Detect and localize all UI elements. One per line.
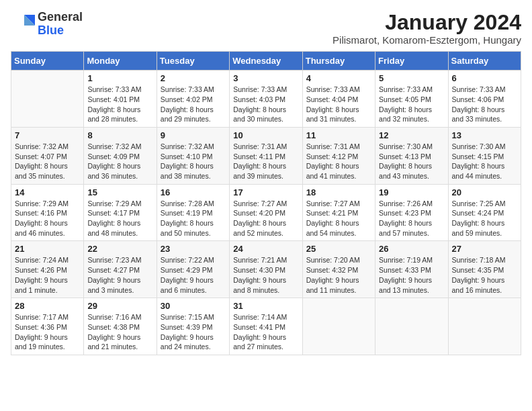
calendar-week-row: 7Sunrise: 7:32 AM Sunset: 4:07 PM Daylig… <box>11 127 521 184</box>
calendar-cell: 24Sunrise: 7:21 AM Sunset: 4:30 PM Dayli… <box>230 241 302 298</box>
page-header: General Blue January 2024 Pilismarot, Ko… <box>11 11 521 46</box>
weekday-header-wednesday: Wednesday <box>230 52 302 71</box>
day-detail: Sunrise: 7:27 AM Sunset: 4:20 PM Dayligh… <box>233 199 298 238</box>
day-detail: Sunrise: 7:17 AM Sunset: 4:36 PM Dayligh… <box>15 312 80 352</box>
weekday-header-saturday: Saturday <box>448 52 521 71</box>
day-number: 7 <box>15 130 80 140</box>
day-number: 29 <box>87 301 152 311</box>
calendar-cell: 25Sunrise: 7:20 AM Sunset: 4:32 PM Dayli… <box>302 241 375 298</box>
day-number: 16 <box>161 187 226 197</box>
calendar-cell: 4Sunrise: 7:33 AM Sunset: 4:04 PM Daylig… <box>302 71 375 128</box>
weekday-header-thursday: Thursday <box>302 52 375 71</box>
logo-icon <box>11 12 35 36</box>
calendar-cell: 23Sunrise: 7:22 AM Sunset: 4:29 PM Dayli… <box>157 241 229 298</box>
calendar-cell: 15Sunrise: 7:29 AM Sunset: 4:17 PM Dayli… <box>84 184 157 241</box>
calendar-cell: 17Sunrise: 7:27 AM Sunset: 4:20 PM Dayli… <box>230 184 302 241</box>
calendar-cell: 27Sunrise: 7:18 AM Sunset: 4:35 PM Dayli… <box>448 241 521 298</box>
location-subtitle: Pilismarot, Komarom-Esztergom, Hungary <box>332 34 521 46</box>
day-number: 9 <box>161 130 226 140</box>
calendar-cell: 26Sunrise: 7:19 AM Sunset: 4:33 PM Dayli… <box>375 241 448 298</box>
day-number: 5 <box>379 73 444 83</box>
weekday-header-sunday: Sunday <box>11 52 84 71</box>
day-detail: Sunrise: 7:22 AM Sunset: 4:29 PM Dayligh… <box>161 255 226 295</box>
day-number: 27 <box>452 244 517 254</box>
calendar-week-row: 1Sunrise: 7:33 AM Sunset: 4:01 PM Daylig… <box>11 71 521 128</box>
calendar-cell: 18Sunrise: 7:27 AM Sunset: 4:21 PM Dayli… <box>302 184 375 241</box>
calendar-header-row: SundayMondayTuesdayWednesdayThursdayFrid… <box>11 52 521 71</box>
day-number: 20 <box>452 187 517 197</box>
weekday-header-friday: Friday <box>375 52 448 71</box>
calendar-cell: 8Sunrise: 7:32 AM Sunset: 4:09 PM Daylig… <box>84 127 157 184</box>
logo-text: General Blue <box>38 11 83 38</box>
calendar-cell <box>375 298 448 355</box>
day-number: 8 <box>87 130 152 140</box>
calendar-cell: 13Sunrise: 7:30 AM Sunset: 4:15 PM Dayli… <box>448 127 521 184</box>
calendar-week-row: 14Sunrise: 7:29 AM Sunset: 4:16 PM Dayli… <box>11 184 521 241</box>
calendar-cell: 29Sunrise: 7:16 AM Sunset: 4:38 PM Dayli… <box>84 298 157 355</box>
day-detail: Sunrise: 7:33 AM Sunset: 4:02 PM Dayligh… <box>161 85 226 124</box>
day-detail: Sunrise: 7:26 AM Sunset: 4:23 PM Dayligh… <box>379 199 444 238</box>
calendar-body: 1Sunrise: 7:33 AM Sunset: 4:01 PM Daylig… <box>11 71 521 355</box>
day-detail: Sunrise: 7:32 AM Sunset: 4:10 PM Dayligh… <box>161 142 226 181</box>
day-detail: Sunrise: 7:23 AM Sunset: 4:27 PM Dayligh… <box>87 255 152 295</box>
day-detail: Sunrise: 7:20 AM Sunset: 4:32 PM Dayligh… <box>306 255 371 295</box>
day-detail: Sunrise: 7:33 AM Sunset: 4:05 PM Dayligh… <box>379 85 444 124</box>
day-detail: Sunrise: 7:25 AM Sunset: 4:24 PM Dayligh… <box>452 199 517 238</box>
day-number: 21 <box>15 244 80 254</box>
logo: General Blue <box>11 11 83 38</box>
day-detail: Sunrise: 7:15 AM Sunset: 4:39 PM Dayligh… <box>161 312 226 352</box>
day-detail: Sunrise: 7:18 AM Sunset: 4:35 PM Dayligh… <box>452 255 517 295</box>
day-detail: Sunrise: 7:21 AM Sunset: 4:30 PM Dayligh… <box>233 255 298 295</box>
day-detail: Sunrise: 7:33 AM Sunset: 4:03 PM Dayligh… <box>233 85 298 124</box>
calendar-cell: 22Sunrise: 7:23 AM Sunset: 4:27 PM Dayli… <box>84 241 157 298</box>
month-title: January 2024 <box>332 11 521 34</box>
calendar-cell <box>302 298 375 355</box>
calendar-cell: 20Sunrise: 7:25 AM Sunset: 4:24 PM Dayli… <box>448 184 521 241</box>
day-number: 6 <box>452 73 517 83</box>
calendar-cell: 11Sunrise: 7:31 AM Sunset: 4:12 PM Dayli… <box>302 127 375 184</box>
calendar-cell: 9Sunrise: 7:32 AM Sunset: 4:10 PM Daylig… <box>157 127 229 184</box>
day-number: 26 <box>379 244 444 254</box>
day-number: 1 <box>87 73 152 83</box>
calendar-cell: 3Sunrise: 7:33 AM Sunset: 4:03 PM Daylig… <box>230 71 302 128</box>
day-detail: Sunrise: 7:32 AM Sunset: 4:09 PM Dayligh… <box>87 142 152 181</box>
day-detail: Sunrise: 7:19 AM Sunset: 4:33 PM Dayligh… <box>379 255 444 295</box>
day-detail: Sunrise: 7:14 AM Sunset: 4:41 PM Dayligh… <box>233 312 298 352</box>
day-number: 2 <box>161 73 226 83</box>
weekday-header-tuesday: Tuesday <box>157 52 229 71</box>
calendar-cell <box>11 71 84 128</box>
day-number: 12 <box>379 130 444 140</box>
calendar-cell: 2Sunrise: 7:33 AM Sunset: 4:02 PM Daylig… <box>157 71 229 128</box>
day-number: 19 <box>379 187 444 197</box>
day-detail: Sunrise: 7:27 AM Sunset: 4:21 PM Dayligh… <box>306 199 371 238</box>
day-number: 3 <box>233 73 298 83</box>
day-detail: Sunrise: 7:29 AM Sunset: 4:17 PM Dayligh… <box>87 199 152 238</box>
calendar-cell: 6Sunrise: 7:33 AM Sunset: 4:06 PM Daylig… <box>448 71 521 128</box>
day-number: 23 <box>161 244 226 254</box>
day-detail: Sunrise: 7:28 AM Sunset: 4:19 PM Dayligh… <box>161 199 226 238</box>
day-number: 13 <box>452 130 517 140</box>
calendar-week-row: 21Sunrise: 7:24 AM Sunset: 4:26 PM Dayli… <box>11 241 521 298</box>
day-detail: Sunrise: 7:31 AM Sunset: 4:12 PM Dayligh… <box>306 142 371 181</box>
day-number: 4 <box>306 73 371 83</box>
calendar-cell: 1Sunrise: 7:33 AM Sunset: 4:01 PM Daylig… <box>84 71 157 128</box>
calendar-cell: 31Sunrise: 7:14 AM Sunset: 4:41 PM Dayli… <box>230 298 302 355</box>
day-detail: Sunrise: 7:33 AM Sunset: 4:06 PM Dayligh… <box>452 85 517 124</box>
calendar-cell: 14Sunrise: 7:29 AM Sunset: 4:16 PM Dayli… <box>11 184 84 241</box>
calendar-cell <box>448 298 521 355</box>
day-number: 18 <box>306 187 371 197</box>
title-block: January 2024 Pilismarot, Komarom-Eszterg… <box>332 11 521 46</box>
calendar-cell: 16Sunrise: 7:28 AM Sunset: 4:19 PM Dayli… <box>157 184 229 241</box>
calendar-cell: 21Sunrise: 7:24 AM Sunset: 4:26 PM Dayli… <box>11 241 84 298</box>
logo-general-text: General <box>38 10 83 24</box>
logo-blue-text: Blue <box>38 24 64 37</box>
calendar-cell: 7Sunrise: 7:32 AM Sunset: 4:07 PM Daylig… <box>11 127 84 184</box>
weekday-header-monday: Monday <box>84 52 157 71</box>
calendar-table: SundayMondayTuesdayWednesdayThursdayFrid… <box>11 51 521 355</box>
day-detail: Sunrise: 7:30 AM Sunset: 4:13 PM Dayligh… <box>379 142 444 181</box>
day-number: 22 <box>87 244 152 254</box>
day-number: 15 <box>87 187 152 197</box>
day-detail: Sunrise: 7:24 AM Sunset: 4:26 PM Dayligh… <box>15 255 80 295</box>
day-number: 11 <box>306 130 371 140</box>
day-number: 28 <box>15 301 80 311</box>
